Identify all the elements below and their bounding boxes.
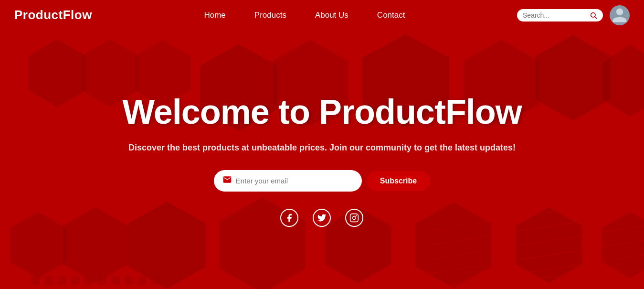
svg-rect-34: [138, 276, 147, 285]
navbar: ProductFlow Home Products About Us Conta…: [0, 0, 644, 30]
svg-point-38: [357, 215, 357, 216]
nav-item-contact[interactable]: Contact: [377, 11, 405, 20]
hero-subtitle: Discover the best products at unbeatable…: [122, 143, 522, 153]
search-button[interactable]: [590, 11, 597, 19]
nav-links: Home Products About Us Contact: [204, 11, 405, 20]
user-icon: [611, 7, 628, 24]
svg-point-37: [353, 216, 356, 220]
svg-rect-35: [151, 276, 160, 285]
svg-rect-30: [84, 276, 93, 285]
hero-title: Welcome to ProductFlow: [122, 92, 522, 131]
instagram-icon[interactable]: [345, 209, 363, 227]
search-bar: [517, 9, 603, 21]
hero-content: Welcome to ProductFlow Discover the best…: [113, 73, 531, 246]
search-input[interactable]: [523, 11, 590, 19]
svg-rect-26: [31, 276, 40, 285]
social-icons: [122, 209, 522, 227]
svg-rect-33: [125, 276, 133, 285]
svg-rect-32: [111, 276, 120, 285]
email-form: Subscribe: [122, 170, 522, 192]
twitter-icon[interactable]: [313, 209, 331, 227]
subscribe-button[interactable]: Subscribe: [367, 171, 430, 191]
svg-rect-36: [350, 214, 359, 222]
user-avatar[interactable]: [610, 5, 630, 25]
nav-link-about[interactable]: About Us: [315, 11, 348, 20]
email-icon: [222, 175, 232, 187]
nav-item-home[interactable]: Home: [204, 11, 225, 20]
navbar-right: [517, 5, 630, 25]
svg-rect-29: [71, 276, 80, 285]
nav-item-about[interactable]: About Us: [315, 11, 348, 20]
nav-link-contact[interactable]: Contact: [377, 11, 405, 20]
svg-rect-28: [58, 276, 66, 285]
facebook-icon[interactable]: [280, 209, 298, 227]
svg-line-1: [595, 17, 597, 19]
svg-rect-31: [98, 276, 106, 285]
brand-logo[interactable]: ProductFlow: [14, 8, 92, 22]
svg-rect-27: [44, 276, 53, 285]
nav-link-products[interactable]: Products: [254, 11, 286, 20]
nav-link-home[interactable]: Home: [204, 11, 225, 20]
email-input[interactable]: [236, 177, 341, 185]
email-input-wrap: [214, 170, 362, 192]
hero-section: Welcome to ProductFlow Discover the best…: [0, 30, 644, 289]
nav-item-products[interactable]: Products: [254, 11, 286, 20]
